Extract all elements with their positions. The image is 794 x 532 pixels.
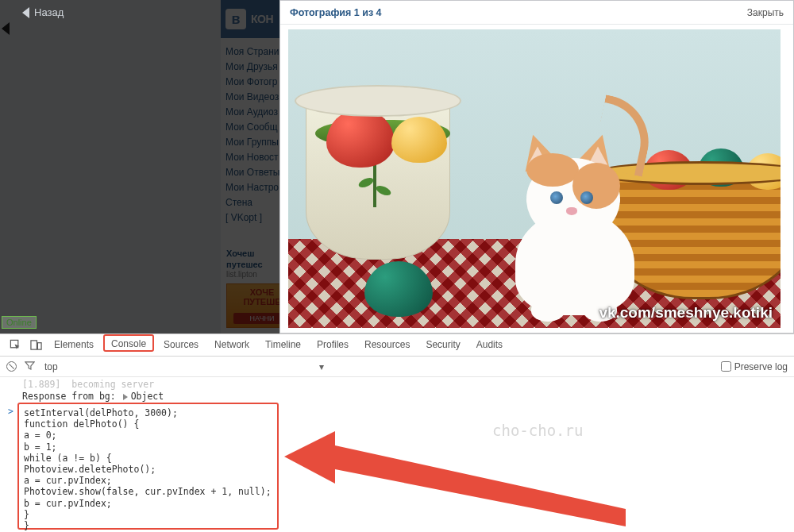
devtools-tab-console[interactable]: Console [103,334,154,352]
modal-overlay[interactable] [0,0,279,333]
devtools-tabbar: ElementsConsoleSourcesNetworkTimelinePro… [0,334,794,357]
devtools-tab-profiles[interactable]: Profiles [309,334,357,356]
clear-console-icon[interactable] [6,361,17,372]
devtools-tab-audits[interactable]: Audits [468,334,511,356]
prev-photo-arrow-icon[interactable] [2,22,10,35]
code-line: a = cur.pvIndex; [24,475,272,486]
console-line: [1.889] becoming server [22,379,794,391]
filter-icon[interactable] [25,360,35,373]
devtools-panel: ElementsConsoleSourcesNetworkTimelinePro… [0,333,794,532]
close-button[interactable]: Закрыть [747,7,784,18]
context-dropdown-icon[interactable]: ▾ [319,361,324,372]
devtools-tab-resources[interactable]: Resources [357,334,418,356]
photo-image[interactable]: vk.com/smeshnye.kotiki [288,29,781,328]
photo-watermark: vk.com/smeshnye.kotiki [599,304,773,322]
console-input-highlight[interactable]: setInterval(delPhoto, 3000);function del… [17,403,279,530]
devtools-tab-elements[interactable]: Elements [46,334,102,356]
devtools-tab-security[interactable]: Security [418,334,468,356]
svg-marker-3 [284,431,626,526]
svg-rect-1 [30,341,37,349]
photo-header: Фотография 1 из 4 Закрыть [280,1,793,25]
back-button[interactable]: Назад [16,3,70,21]
code-line: setInterval(delPhoto, 3000); [24,407,272,418]
inspect-icon[interactable] [8,338,22,353]
console-line: Response from bg: Object [22,391,794,403]
preserve-log-label: Preserve log [734,361,788,372]
page-upper: в КОН Моя СтраниМои ДрузьяМои ФотогрМои … [0,0,794,333]
console-prompt-icon: > [8,406,13,417]
code-line: } [24,509,272,520]
devtools-tab-network[interactable]: Network [206,334,257,356]
console-body[interactable]: [1.889] becoming server Response from bg… [0,377,794,532]
code-line: Photoview.show(false, cur.pvIndex + 1, n… [24,486,272,497]
expand-object-icon[interactable] [123,394,128,400]
photo-title: Фотография 1 из 4 [290,7,747,18]
code-line: while (a != b) { [24,453,272,464]
devtools-tab-sources[interactable]: Sources [156,334,206,356]
console-toolbar: top ▾ Preserve log [0,357,794,377]
device-icon[interactable] [29,338,43,353]
code-line: Photoview.deletePhoto(); [24,464,272,475]
code-line: b = 1; [24,441,272,453]
kitten-illustration [479,134,661,322]
code-line: } [24,520,272,531]
code-line: a = 0; [24,430,272,441]
preserve-log-checkbox[interactable] [721,361,731,372]
context-selector[interactable]: top [44,361,58,372]
code-line: function delPhoto() { [24,418,272,430]
photo-viewer: Фотография 1 из 4 Закрыть [279,0,794,333]
online-badge: Online [2,316,37,329]
code-line: b = cur.pvIndex; [24,498,272,509]
svg-rect-2 [37,343,41,349]
page-watermark: cho-cho.ru [492,422,583,439]
devtools-tab-timeline[interactable]: Timeline [257,334,309,356]
back-label: Назад [34,6,64,18]
back-arrow-icon [22,7,29,18]
